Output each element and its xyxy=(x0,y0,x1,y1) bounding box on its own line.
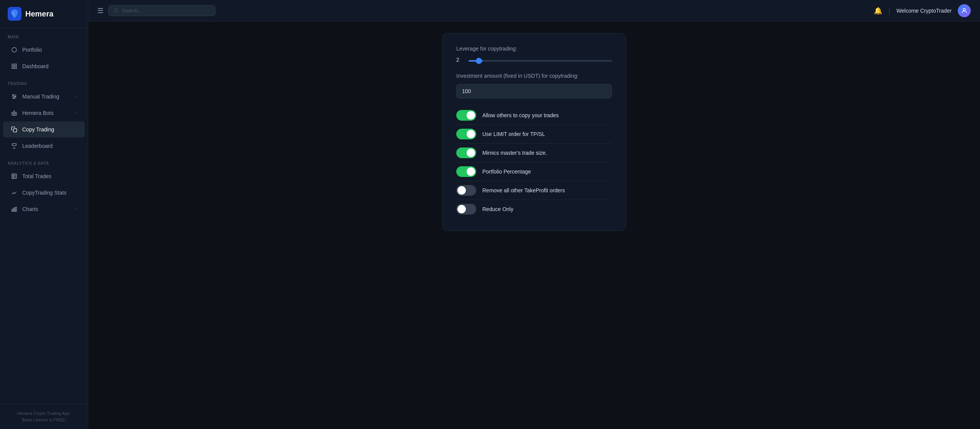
sidebar-item-label-manual-trading: Manual Trading xyxy=(22,93,59,100)
svg-point-13 xyxy=(14,111,14,111)
toggle-thumb-mimic-size xyxy=(467,149,475,157)
svg-point-10 xyxy=(15,96,16,97)
toggle-label-remove-tp: Remove all other TakeProfit orders xyxy=(482,187,565,193)
svg-rect-18 xyxy=(12,174,16,178)
hamburger-button[interactable]: ☰ xyxy=(97,7,104,15)
leverage-slider-container xyxy=(469,56,612,63)
sidebar-item-label-charts: Charts xyxy=(22,206,38,212)
chart-line-icon xyxy=(11,189,18,196)
toggle-row-reduce-only: Reduce Only xyxy=(456,200,612,218)
user-avatar[interactable] xyxy=(958,4,971,17)
svg-point-1 xyxy=(12,47,16,52)
bar-chart-icon xyxy=(11,206,18,213)
hemera-logo-icon xyxy=(8,7,21,21)
sidebar-item-label-portfolio: Portfolio xyxy=(22,47,42,53)
toggle-row-mimic-size: Mimics master's trade size. xyxy=(456,144,612,162)
svg-rect-23 xyxy=(14,208,15,211)
search-icon xyxy=(114,8,119,13)
toggle-allow-copy[interactable] xyxy=(456,110,476,121)
arrow-icon-hemera-bots: › xyxy=(76,110,77,116)
toggle-label-portfolio-pct: Portfolio Percentage xyxy=(482,169,531,175)
investment-label: Investment amount (fixed in USDT) for co… xyxy=(456,72,612,80)
sidebar-item-portfolio[interactable]: Portfolio xyxy=(3,42,85,58)
copy-icon xyxy=(11,126,18,133)
sidebar-item-dashboard[interactable]: Dashboard xyxy=(3,58,85,74)
toggle-thumb-remove-tp xyxy=(457,186,466,195)
topbar-divider: | xyxy=(888,6,890,15)
toggle-thumb-reduce-only xyxy=(457,205,466,213)
toggle-row-use-limit: Use LIMIT order for TP/SL xyxy=(456,125,612,144)
svg-rect-12 xyxy=(12,112,16,115)
sidebar-item-charts[interactable]: Charts› xyxy=(3,201,85,217)
svg-point-25 xyxy=(115,9,118,12)
sidebar-nav: MAINPortfolioDashboardTRADINGManual Trad… xyxy=(0,28,88,218)
svg-rect-2 xyxy=(12,64,14,66)
page-content: Leverage for copytrading: 2 Investment a… xyxy=(88,21,980,429)
toggles-container: Allow others to copy your tradesUse LIMI… xyxy=(456,106,612,218)
welcome-text: Welcome CryptoTrader xyxy=(896,8,952,14)
toggle-row-portfolio-pct: Portfolio Percentage xyxy=(456,162,612,181)
leverage-value: 2 xyxy=(456,57,463,63)
avatar-icon xyxy=(961,7,968,14)
svg-point-27 xyxy=(963,8,965,11)
investment-input[interactable] xyxy=(456,84,612,98)
notifications-button[interactable]: 🔔 xyxy=(874,7,882,15)
app-name: Hemera xyxy=(25,10,53,18)
toggle-label-mimic-size: Mimics master's trade size. xyxy=(482,150,547,156)
sliders-icon xyxy=(11,93,18,100)
leverage-row: 2 xyxy=(456,56,612,63)
leverage-label: Leverage for copytrading: xyxy=(456,46,612,52)
grid-icon xyxy=(11,63,18,70)
toggle-row-remove-tp: Remove all other TakeProfit orders xyxy=(456,181,612,200)
toggle-label-reduce-only: Reduce Only xyxy=(482,206,513,212)
section-label-main: MAIN xyxy=(0,28,88,41)
sidebar-item-total-trades[interactable]: Total Trades xyxy=(3,168,85,184)
circle-icon xyxy=(11,46,18,53)
arrow-icon-charts: › xyxy=(76,206,77,212)
section-label-analytics---data: ANALYTICS & DATA xyxy=(0,154,88,168)
svg-rect-17 xyxy=(13,129,17,132)
toggle-remove-tp[interactable] xyxy=(456,185,476,196)
trophy-icon xyxy=(11,142,18,149)
toggle-label-use-limit: Use LIMIT order for TP/SL xyxy=(482,131,545,137)
toggle-portfolio-pct[interactable] xyxy=(456,166,476,177)
svg-point-15 xyxy=(15,113,16,114)
toggle-row-allow-copy: Allow others to copy your trades xyxy=(456,106,612,125)
table-icon xyxy=(11,173,18,180)
leverage-slider[interactable] xyxy=(469,60,612,62)
arrow-icon-manual-trading: › xyxy=(76,94,77,99)
bot-icon xyxy=(11,110,18,116)
svg-rect-24 xyxy=(15,207,16,211)
section-label-trading: TRADING xyxy=(0,75,88,88)
toggle-thumb-portfolio-pct xyxy=(467,167,475,176)
toggle-use-limit[interactable] xyxy=(456,129,476,139)
sidebar-item-label-copy-trading: Copy Trading xyxy=(22,126,54,133)
topbar-right: 🔔 | Welcome CryptoTrader xyxy=(874,4,971,17)
sidebar-item-copy-trading[interactable]: Copy Trading xyxy=(3,121,85,138)
svg-rect-3 xyxy=(15,64,16,66)
sidebar-item-label-total-trades: Total Trades xyxy=(22,173,51,179)
main-area: ☰ 🔔 | Welcome CryptoTrader Leverage for … xyxy=(88,0,980,429)
sidebar-item-leaderboard[interactable]: Leaderboard xyxy=(3,138,85,154)
search-input[interactable] xyxy=(122,8,210,13)
sidebar-item-label-copytrading-stats: CopyTrading Stats xyxy=(22,190,66,196)
toggle-thumb-allow-copy xyxy=(467,111,475,120)
sidebar: Hemera MAINPortfolioDashboardTRADINGManu… xyxy=(0,0,88,429)
svg-rect-22 xyxy=(12,209,13,211)
sidebar-item-hemera-bots[interactable]: Hemera Bots› xyxy=(3,105,85,121)
sidebar-item-manual-trading[interactable]: Manual Trading› xyxy=(3,88,85,105)
svg-point-14 xyxy=(13,113,13,114)
sidebar-item-label-dashboard: Dashboard xyxy=(22,63,49,69)
sidebar-item-copytrading-stats[interactable]: CopyTrading Stats xyxy=(3,185,85,201)
svg-line-26 xyxy=(117,11,118,12)
toggle-reduce-only[interactable] xyxy=(456,204,476,215)
toggle-label-allow-copy: Allow others to copy your trades xyxy=(482,112,559,118)
settings-card: Leverage for copytrading: 2 Investment a… xyxy=(442,33,626,231)
svg-point-9 xyxy=(13,95,14,96)
sidebar-item-label-hemera-bots: Hemera Bots xyxy=(22,110,54,116)
toggle-mimic-size[interactable] xyxy=(456,147,476,158)
sidebar-footer: Hemera Crypto Trading App: Basic License… xyxy=(0,404,88,429)
search-bar xyxy=(108,5,215,16)
svg-rect-4 xyxy=(12,67,14,69)
sidebar-header: Hemera xyxy=(0,0,88,28)
